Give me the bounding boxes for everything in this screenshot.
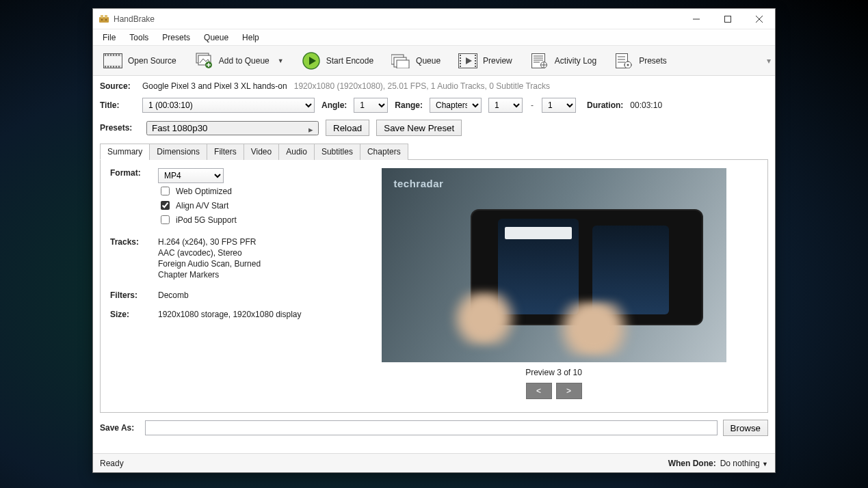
web-optimized-checkbox[interactable] <box>161 187 170 195</box>
preview-button[interactable]: Preview <box>452 49 518 73</box>
preview-caption: Preview 3 of 10 <box>525 368 582 377</box>
chevron-right-icon: ▸ <box>308 124 313 135</box>
presets-label: Presets: <box>100 123 140 133</box>
svg-rect-14 <box>110 54 111 55</box>
summary-panel: Format: MP4 Web Optimized Align A/V Star… <box>100 160 768 413</box>
play-icon <box>302 51 321 70</box>
log-icon <box>530 51 549 70</box>
preview-label: Preview <box>483 56 512 66</box>
open-source-button[interactable]: Open Source <box>97 49 183 73</box>
source-row: Source: Google Pixel 3 and Pixel 3 XL ha… <box>93 76 775 92</box>
queue-icon <box>391 51 410 70</box>
tab-dimensions[interactable]: Dimensions <box>149 144 207 160</box>
svg-rect-40 <box>475 55 476 56</box>
preview-next-button[interactable]: > <box>556 383 582 399</box>
activity-log-button[interactable]: Activity Log <box>524 49 603 73</box>
close-button[interactable] <box>744 9 775 29</box>
toolbar-overflow[interactable]: ▾ <box>767 56 771 66</box>
filters-label: Filters: <box>110 290 158 300</box>
format-label: Format: <box>110 168 158 228</box>
tab-subtitles[interactable]: Subtitles <box>314 144 360 160</box>
svg-rect-41 <box>475 57 476 59</box>
svg-rect-2 <box>105 15 107 18</box>
save-as-input[interactable] <box>145 420 718 435</box>
format-select[interactable]: MP4 <box>158 168 224 183</box>
when-done-value: Do nothing <box>720 459 760 468</box>
angle-select[interactable]: 1 <box>354 98 388 113</box>
tab-video[interactable]: Video <box>244 144 279 160</box>
open-source-label: Open Source <box>128 56 176 66</box>
svg-rect-22 <box>116 66 117 67</box>
menu-presets[interactable]: Presets <box>157 31 196 44</box>
when-done-label: When Done: <box>668 459 716 468</box>
range-dash: - <box>529 100 535 110</box>
range-to-select[interactable]: 1 <box>542 98 576 113</box>
source-details: 1920x1080 (1920x1080), 25.01 FPS, 1 Audi… <box>294 81 550 91</box>
range-from-select[interactable]: 1 <box>488 98 523 113</box>
reload-button[interactable]: Reload <box>326 120 369 136</box>
svg-rect-1 <box>101 15 103 18</box>
minimize-button[interactable] <box>681 9 712 29</box>
app-window: HandBrake File Tools Presets Queue Help <box>92 8 776 473</box>
size-label: Size: <box>110 310 158 319</box>
save-new-preset-button[interactable]: Save New Preset <box>376 120 462 136</box>
app-title: HandBrake <box>114 14 155 24</box>
browse-button[interactable]: Browse <box>723 420 768 436</box>
menu-tools[interactable]: Tools <box>124 31 154 44</box>
ipod-label: iPod 5G Support <box>176 215 237 225</box>
toolbar: Open Source Add to Queue ▼ <box>93 46 775 76</box>
tab-audio[interactable]: Audio <box>278 144 315 160</box>
svg-rect-20 <box>110 66 111 67</box>
align-av-label: Align A/V Start <box>176 201 228 211</box>
svg-rect-23 <box>118 66 120 67</box>
preset-picker[interactable]: Fast 1080p30 ▸ <box>146 121 319 135</box>
preview-prev-button[interactable]: < <box>526 383 552 399</box>
preset-value: Fast 1080p30 <box>152 123 208 133</box>
duration-label: Duration: <box>587 100 623 110</box>
summary-left: Format: MP4 Web Optimized Align A/V Star… <box>110 168 329 405</box>
chevron-down-icon: ▼ <box>762 461 768 467</box>
tab-filters[interactable]: Filters <box>207 144 244 160</box>
range-mode-select[interactable]: Chapters <box>430 98 482 113</box>
svg-rect-15 <box>113 54 114 55</box>
ipod-checkbox[interactable] <box>161 215 170 224</box>
svg-rect-0 <box>99 17 109 23</box>
presets-button[interactable]: Presets <box>608 49 673 73</box>
add-to-queue-button[interactable]: Add to Queue ▼ <box>188 49 290 73</box>
tab-chapters[interactable]: Chapters <box>360 144 408 160</box>
tabs: Summary Dimensions Filters Video Audio S… <box>100 143 768 160</box>
queue-button[interactable]: Queue <box>385 49 447 73</box>
add-to-queue-label: Add to Queue <box>219 56 269 66</box>
tab-summary[interactable]: Summary <box>100 144 150 160</box>
title-select[interactable]: 1 (00:03:10) <box>142 98 315 113</box>
svg-rect-39 <box>460 66 461 67</box>
source-label: Source: <box>100 81 135 91</box>
track-line: H.264 (x264), 30 FPS PFR <box>158 237 329 247</box>
statusbar: Ready When Done: Do nothing ▼ <box>93 453 775 472</box>
when-done-select[interactable]: Do nothing ▼ <box>720 459 768 468</box>
size-value: 1920x1080 storage, 1920x1080 display <box>158 310 329 319</box>
preview-column: techradar Preview 3 of 10 < > <box>350 168 758 405</box>
start-encode-button[interactable]: Start Encode <box>295 49 380 73</box>
maximize-button[interactable] <box>712 9 744 29</box>
presets-icon <box>614 51 633 70</box>
svg-rect-44 <box>475 66 476 67</box>
menubar: File Tools Presets Queue Help <box>93 29 775 46</box>
track-line: Chapter Markers <box>158 270 329 280</box>
presets-label: Presets <box>639 56 667 66</box>
svg-rect-6 <box>725 16 731 22</box>
titlebar: HandBrake <box>93 9 775 29</box>
svg-rect-36 <box>460 57 461 59</box>
align-av-checkbox[interactable] <box>161 201 170 210</box>
menu-queue[interactable]: Queue <box>198 31 234 44</box>
film-icon <box>103 51 122 70</box>
svg-rect-16 <box>116 54 117 55</box>
preview-image: techradar <box>382 168 726 362</box>
svg-rect-21 <box>113 66 114 67</box>
menu-file[interactable]: File <box>97 31 121 44</box>
svg-rect-19 <box>107 66 109 67</box>
menu-help[interactable]: Help <box>237 31 265 44</box>
track-line: AAC (avcodec), Stereo <box>158 248 329 258</box>
svg-rect-18 <box>105 66 106 67</box>
tracks-list: H.264 (x264), 30 FPS PFR AAC (avcodec), … <box>158 237 329 281</box>
